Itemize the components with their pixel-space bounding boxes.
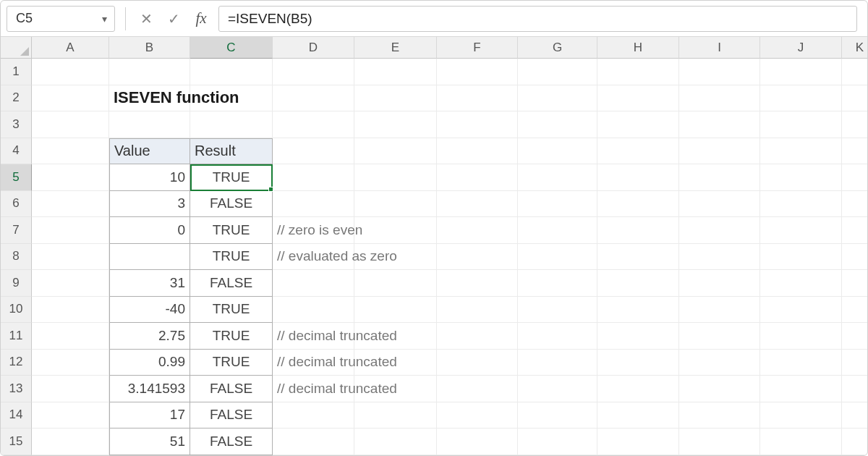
cell[interactable]	[518, 376, 597, 402]
row-header[interactable]: 2	[1, 85, 32, 112]
cell[interactable]	[760, 350, 842, 376]
cell[interactable]	[760, 85, 842, 112]
cell[interactable]	[842, 244, 867, 271]
cell[interactable]	[597, 297, 679, 324]
cell[interactable]	[679, 111, 760, 138]
cell[interactable]	[109, 59, 190, 85]
cell[interactable]	[437, 191, 518, 218]
row-header[interactable]: 13	[1, 376, 32, 402]
cell[interactable]	[679, 297, 760, 324]
table-row-result[interactable]: FALSE	[190, 428, 273, 455]
cell[interactable]	[437, 85, 518, 112]
cell[interactable]	[32, 244, 109, 271]
cell[interactable]	[597, 350, 679, 376]
column-header[interactable]: E	[354, 37, 437, 59]
cell[interactable]	[679, 191, 760, 218]
cell[interactable]	[597, 270, 679, 297]
cell[interactable]	[597, 85, 679, 112]
cell[interactable]	[597, 428, 679, 455]
cell[interactable]	[273, 138, 354, 165]
comment-cell[interactable]: // decimal truncated	[273, 323, 354, 350]
cell[interactable]	[597, 402, 679, 429]
cell[interactable]	[518, 323, 597, 350]
cell[interactable]	[842, 350, 867, 376]
cells-area[interactable]: ISEVEN function	[32, 59, 867, 455]
cell[interactable]	[354, 59, 437, 85]
select-all-corner[interactable]	[1, 37, 32, 59]
cell[interactable]	[32, 376, 109, 402]
cell[interactable]	[32, 323, 109, 350]
cell[interactable]	[842, 164, 867, 191]
page-title[interactable]: ISEVEN function	[109, 85, 190, 112]
cell[interactable]	[760, 270, 842, 297]
cell[interactable]	[842, 323, 867, 350]
cell[interactable]	[32, 85, 109, 112]
column-header[interactable]: C	[190, 37, 273, 59]
cell[interactable]	[518, 138, 597, 165]
comment-cell[interactable]: // decimal truncated	[273, 350, 354, 376]
cell[interactable]	[437, 428, 518, 455]
cell[interactable]	[32, 402, 109, 429]
cell[interactable]	[597, 244, 679, 271]
cell[interactable]	[679, 428, 760, 455]
cell[interactable]	[679, 138, 760, 165]
cell[interactable]	[32, 428, 109, 455]
cell[interactable]	[760, 428, 842, 455]
cell[interactable]	[597, 138, 679, 165]
row-header[interactable]: 12	[1, 350, 32, 376]
row-header[interactable]: 4	[1, 138, 32, 165]
table-row-value[interactable]: 3.141593	[109, 376, 190, 402]
cell[interactable]	[842, 111, 867, 138]
cell[interactable]	[32, 297, 109, 324]
cell[interactable]	[354, 164, 437, 191]
cell[interactable]	[679, 323, 760, 350]
cell[interactable]	[760, 164, 842, 191]
insert-function-button[interactable]: fx	[191, 8, 211, 30]
cell[interactable]	[760, 323, 842, 350]
cell[interactable]	[32, 270, 109, 297]
cell[interactable]	[842, 85, 867, 112]
cell[interactable]	[273, 111, 354, 138]
cell[interactable]	[679, 59, 760, 85]
table-row-result[interactable]: TRUE	[190, 217, 273, 244]
cell[interactable]	[760, 297, 842, 324]
cell[interactable]	[437, 402, 518, 429]
cell[interactable]	[679, 376, 760, 402]
cell[interactable]	[190, 111, 273, 138]
table-row-value[interactable]: 2.75	[109, 323, 190, 350]
comment-cell[interactable]: // zero is even	[273, 217, 354, 244]
cell[interactable]	[32, 59, 109, 85]
cell[interactable]	[760, 217, 842, 244]
cell[interactable]	[597, 164, 679, 191]
cell[interactable]	[679, 350, 760, 376]
cell[interactable]	[354, 111, 437, 138]
table-row-result[interactable]: TRUE	[190, 297, 273, 324]
row-header[interactable]: 7	[1, 217, 32, 244]
cell[interactable]	[760, 402, 842, 429]
cell[interactable]	[597, 191, 679, 218]
cell[interactable]	[354, 85, 437, 112]
table-row-value[interactable]: -40	[109, 297, 190, 324]
cell[interactable]	[842, 376, 867, 402]
table-row-value[interactable]: 0.99	[109, 350, 190, 376]
cell[interactable]	[679, 270, 760, 297]
formula-input[interactable]: =ISEVEN(B5)	[218, 6, 857, 32]
cell[interactable]	[597, 217, 679, 244]
cell[interactable]	[437, 164, 518, 191]
column-header[interactable]: D	[273, 37, 354, 59]
comment-cell[interactable]	[273, 402, 354, 429]
row-header[interactable]: 6	[1, 191, 32, 218]
table-header[interactable]: Result	[190, 138, 273, 165]
cell[interactable]	[354, 191, 437, 218]
cell[interactable]	[32, 350, 109, 376]
table-row-result[interactable]: FALSE	[190, 191, 273, 218]
cell[interactable]	[518, 164, 597, 191]
cell[interactable]	[437, 59, 518, 85]
cell[interactable]	[760, 244, 842, 271]
row-header[interactable]: 8	[1, 244, 32, 271]
cell[interactable]	[518, 297, 597, 324]
row-header[interactable]: 14	[1, 402, 32, 429]
cell[interactable]	[842, 297, 867, 324]
cancel-formula-button[interactable]: ✕	[136, 8, 156, 30]
cell[interactable]	[842, 59, 867, 85]
